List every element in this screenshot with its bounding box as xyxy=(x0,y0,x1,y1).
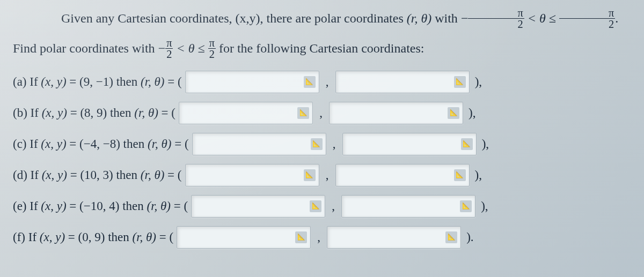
formula-hint-icon[interactable]: 📐 xyxy=(445,231,457,243)
range-mid: < θ ≤ xyxy=(524,11,559,25)
range-mid-2: < θ ≤ xyxy=(173,41,208,55)
polar-coord-symbol: (r, θ) xyxy=(407,11,431,25)
range-minus-2: − xyxy=(158,41,166,55)
item-row-d: (d) If (x, y) = (10, 3) then (r, θ) = ( … xyxy=(13,160,631,191)
problem-intro-line-1: Given any Cartesian coordinates, (x,y), … xyxy=(13,9,631,31)
problem-intro-line-2: Find polar coordinates with −π2 < θ ≤ π2… xyxy=(13,39,631,61)
input-r-c[interactable]: 📐 xyxy=(192,133,326,155)
comma-c: , xyxy=(330,137,339,151)
item-row-b: (b) If (x, y) = (8, 9) then (r, θ) = ( 📐… xyxy=(13,98,631,129)
formula-hint-icon[interactable]: 📐 xyxy=(304,169,316,181)
formula-hint-icon[interactable]: 📐 xyxy=(461,138,473,150)
input-theta-a[interactable]: 📐 xyxy=(335,71,470,93)
input-r-f[interactable]: 📐 xyxy=(177,226,311,249)
comma-d: , xyxy=(323,168,332,182)
item-lead-a: (a) If (x, y) = (9, −1) then (r, θ) = ( xyxy=(13,75,182,89)
formula-hint-icon[interactable]: 📐 xyxy=(297,107,309,119)
input-r-b[interactable]: 📐 xyxy=(179,102,313,124)
formula-hint-icon[interactable]: 📐 xyxy=(448,107,459,119)
comma-b: , xyxy=(316,106,326,120)
range-minus: − xyxy=(461,11,469,25)
item-row-c: (c) If (x, y) = (−4, −8) then (r, θ) = (… xyxy=(13,129,631,160)
formula-hint-icon[interactable]: 📐 xyxy=(311,138,323,150)
tail-f: ). xyxy=(466,230,473,244)
item-row-a: (a) If (x, y) = (9, −1) then (r, θ) = ( … xyxy=(13,66,631,98)
item-row-f: (f) If (x, y) = (0, 9) then (r, θ) = ( 📐… xyxy=(13,222,631,253)
frac-pi-over-2-left-2: π2 xyxy=(165,38,173,60)
formula-hint-icon[interactable]: 📐 xyxy=(295,231,307,243)
item-lead-d: (d) If (x, y) = (10, 3) then (r, θ) = ( xyxy=(13,168,182,182)
tail-a: ), xyxy=(475,75,482,89)
intro-text-1a: Given any Cartesian coordinates, (x,y), … xyxy=(61,11,407,25)
formula-hint-icon[interactable]: 📐 xyxy=(454,76,466,88)
input-r-e[interactable]: 📐 xyxy=(191,195,325,218)
input-theta-e[interactable]: 📐 xyxy=(341,195,475,218)
formula-hint-icon[interactable]: 📐 xyxy=(310,200,321,212)
tail-b: ), xyxy=(469,106,475,120)
input-theta-b[interactable]: 📐 xyxy=(329,102,463,124)
comma-e: , xyxy=(328,199,338,213)
input-theta-c[interactable]: 📐 xyxy=(342,133,477,155)
tail-d: ), xyxy=(475,168,482,182)
item-row-e: (e) If (x, y) = (−10, 4) then (r, θ) = (… xyxy=(13,191,631,222)
comma-a: , xyxy=(323,75,332,89)
frac-pi-over-2-right: π2 xyxy=(559,8,615,30)
intro-text-1b: with xyxy=(431,11,461,25)
tail-c: ), xyxy=(482,137,489,151)
item-lead-f: (f) If (x, y) = (0, 9) then (r, θ) = ( xyxy=(13,230,173,244)
intro-end-dot: . xyxy=(615,11,618,25)
item-lead-e: (e) If (x, y) = (−10, 4) then (r, θ) = ( xyxy=(13,199,188,213)
item-lead-c: (c) If (x, y) = (−4, −8) then (r, θ) = ( xyxy=(13,137,189,151)
tail-e: ), xyxy=(481,199,488,213)
formula-hint-icon[interactable]: 📐 xyxy=(454,169,466,181)
input-r-d[interactable]: 📐 xyxy=(185,164,319,186)
frac-pi-over-2-right-2: π2 xyxy=(208,38,216,60)
intro-text-2b: for the following Cartesian coordinates: xyxy=(216,41,425,55)
input-theta-f[interactable]: 📐 xyxy=(327,226,461,249)
item-lead-b: (b) If (x, y) = (8, 9) then (r, θ) = ( xyxy=(13,106,175,120)
frac-pi-over-2-left: π2 xyxy=(468,8,524,30)
comma-f: , xyxy=(314,230,324,244)
formula-hint-icon[interactable]: 📐 xyxy=(460,200,472,212)
intro-text-2a: Find polar coordinates with xyxy=(13,41,158,55)
input-theta-d[interactable]: 📐 xyxy=(335,164,470,186)
input-r-a[interactable]: 📐 xyxy=(185,71,319,93)
formula-hint-icon[interactable]: 📐 xyxy=(304,76,316,88)
